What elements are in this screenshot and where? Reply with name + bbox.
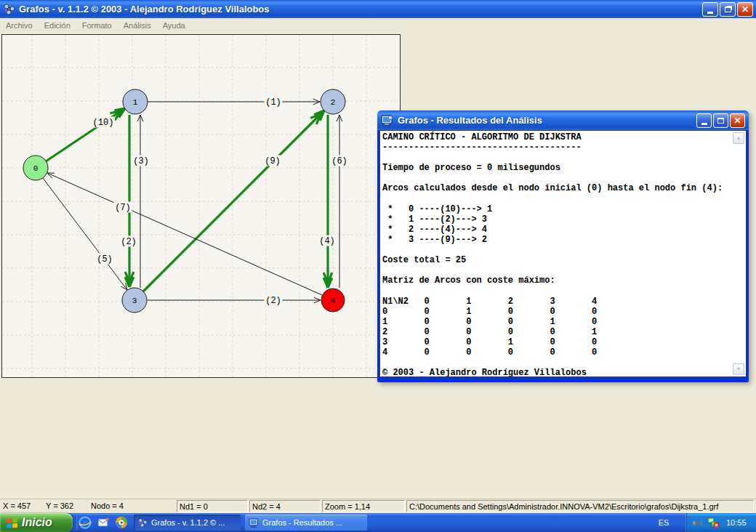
client-area: (10)(1)(3)(2)(9)(4)(6)(2)(5)(7)01234 i G… [0,32,756,499]
graph-edge[interactable] [47,173,322,295]
graph-edge[interactable] [143,110,324,291]
status-nodo: Nodo = 4 [91,501,124,510]
arrowhead [314,300,321,303]
taskbar: Inicio e [0,513,756,532]
restore-icon [725,7,731,12]
scroll-down-button[interactable]: ▼ [733,363,744,375]
grafos-app-icon [3,3,16,15]
windows-flag-icon [6,517,18,528]
edge-label: (7) [115,203,131,213]
node-label-1: 1 [133,98,138,107]
arrowhead [137,115,140,121]
taskbar-button-grafos-results[interactable]: Grafos - Resultados ... [245,515,367,531]
dialog-maximize-icon [717,118,724,124]
language-indicator[interactable]: ES [649,513,678,532]
minimize-icon [707,12,713,14]
status-zoom: Zoom = 1,14 [322,500,405,512]
results-text: CAMINO CRÍTICO - ALGORITMO DE DIJKSTRA -… [380,131,746,377]
close-button[interactable]: ✕ [737,2,753,17]
edge-label: (10) [93,118,114,128]
edge-label: (1) [265,97,281,108]
start-button[interactable]: Inicio [0,513,73,532]
status-x: X = 457 [3,501,31,510]
edge-label: (2) [265,296,281,306]
svg-text:e: e [83,517,87,528]
graph-edge[interactable] [43,178,127,290]
edge-label: (6) [331,156,347,166]
main-titlebar: Grafos - v. 1.1.2 © 2003 - Alejandro Rod… [0,0,756,18]
scroll-up-button[interactable]: ▲ [733,132,744,144]
scroll-down-icon: ▼ [736,366,741,371]
dialog-close-icon: ✕ [733,116,741,126]
menubar: Archivo Edición Formato Análisis Ayuda [0,18,756,32]
dialog-close-button[interactable]: ✕ [730,113,745,128]
graph-canvas[interactable]: (10)(1)(3)(2)(9)(4)(6)(2)(5)(7)01234 [1,34,401,378]
results-task-icon [249,518,260,528]
scroll-up-icon: ▲ [736,135,741,140]
menu-ayuda[interactable]: Ayuda [157,21,191,30]
arrowhead [337,115,339,121]
minimize-button[interactable] [702,2,718,17]
edge-label: (5) [97,254,113,265]
taskbar-button-label: Grafos - v. 1.1.2 © ... [151,518,225,527]
network-disconnected-icon[interactable] [707,517,720,528]
grafos-task-icon [137,517,148,528]
menu-analisis[interactable]: Análisis [118,21,157,30]
restore-button[interactable] [720,2,736,17]
start-label: Inicio [22,516,52,529]
node-label-0: 0 [33,164,39,173]
menu-formato[interactable]: Formato [76,21,118,30]
node-label-4: 4 [331,297,336,305]
edge-label: (4) [319,236,335,246]
edge-label: (2) [121,237,137,247]
dialog-title: Grafos - Resultados del Análisis [398,115,696,126]
volume-icon[interactable] [692,517,704,528]
arrowhead [314,297,321,300]
dialog-minimize-icon [701,123,707,125]
main-window-title: Grafos - v. 1.1.2 © 2003 - Alejandro Rod… [19,4,702,15]
internet-explorer-icon[interactable]: e [79,516,92,529]
menu-edicion[interactable]: Edición [39,21,76,30]
arrowhead [140,115,143,121]
node-label-2: 2 [331,98,336,107]
results-dialog: i Grafos - Resultados del Análisis ✕ CAM… [377,110,749,382]
outlook-express-icon[interactable] [97,516,110,529]
arrowhead [313,102,320,105]
status-y: Y = 362 [46,501,73,510]
quicklaunch-separator [76,515,76,530]
node-label-3: 3 [132,297,137,305]
desktop-screen: Grafos - v. 1.1.2 © 2003 - Alejandro Rod… [0,0,756,532]
dialog-maximize-button[interactable] [713,113,728,128]
statusbar: X = 457 Y = 362 Nodo = 4 Nd1 = 0 Nd2 = 4… [0,499,756,513]
media-player-icon[interactable] [115,516,128,529]
status-nd2: Nd2 = 4 [249,500,321,512]
dialog-minimize-button[interactable] [696,113,712,128]
close-icon: ✕ [741,4,749,15]
clock: 10:55 [726,518,747,527]
results-monitor-icon: i [381,115,394,126]
edge-label: (9) [265,156,281,166]
dialog-titlebar[interactable]: i Grafos - Resultados del Análisis ✕ [377,110,749,130]
edge-label: (3) [133,156,149,166]
results-text-area[interactable]: CAMINO CRÍTICO - ALGORITMO DE DIJKSTRA -… [379,130,747,377]
graph-svg: (10)(1)(3)(2)(9)(4)(6)(2)(5)(7)01234 [2,35,400,377]
status-nd1: Nd1 = 0 [177,500,248,512]
taskbar-button-grafos-main[interactable]: Grafos - v. 1.1.2 © ... [134,515,241,531]
status-filepath: C:\Documents and Settings\Administrador.… [406,500,754,512]
arrowhead [339,115,342,121]
system-tray: 10:55 [687,513,756,532]
menu-archivo[interactable]: Archivo [0,21,39,30]
taskbar-button-label: Grafos - Resultados ... [262,518,342,527]
